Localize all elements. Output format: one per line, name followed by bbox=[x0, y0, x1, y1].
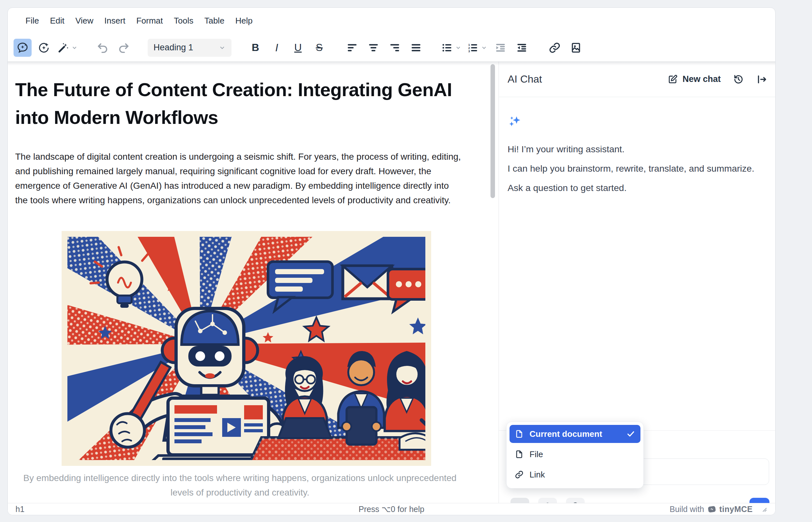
ai-chat-panel: AI Chat New chat bbox=[499, 62, 775, 503]
indent-icon bbox=[516, 42, 527, 54]
ai-sparkles-icon bbox=[507, 114, 522, 129]
new-chat-label: New chat bbox=[682, 74, 721, 84]
image-caption[interactable]: By embedding intelligence directly into … bbox=[21, 471, 459, 500]
redo-button[interactable] bbox=[115, 39, 133, 57]
justify-button[interactable] bbox=[407, 39, 425, 57]
undo-icon bbox=[97, 42, 109, 54]
document-heading[interactable]: The Future of Content Creation: Integrat… bbox=[15, 76, 476, 131]
numbered-list-button[interactable]: 1 2 3 bbox=[466, 39, 480, 57]
ai-chat-header: AI Chat New chat bbox=[499, 62, 775, 97]
numbered-list-chevron[interactable] bbox=[480, 44, 488, 51]
new-chat-button[interactable]: New chat bbox=[668, 74, 721, 84]
branding-link[interactable]: Build with tinyMCE bbox=[670, 505, 768, 514]
svg-text:3: 3 bbox=[468, 49, 470, 53]
link-icon bbox=[515, 470, 524, 479]
bold-button[interactable]: B bbox=[246, 39, 265, 57]
chevron-down-icon bbox=[481, 44, 487, 51]
file-icon bbox=[515, 450, 524, 459]
justify-icon bbox=[410, 42, 422, 54]
ai-chat-title: AI Chat bbox=[507, 73, 668, 85]
image-icon bbox=[570, 42, 582, 54]
menubar: File Edit View Insert Format Tools Table… bbox=[8, 8, 775, 34]
ai-rewrite-chevron[interactable] bbox=[70, 44, 79, 51]
menu-edit[interactable]: Edit bbox=[44, 13, 70, 29]
align-right-icon bbox=[389, 42, 400, 54]
assistant-greeting: Hi! I’m your writing assistant. I can he… bbox=[507, 142, 768, 200]
collapse-right-icon bbox=[756, 74, 767, 85]
underline-button[interactable]: U bbox=[289, 39, 307, 57]
menu-table[interactable]: Table bbox=[199, 13, 230, 29]
bullet-list-button[interactable] bbox=[440, 39, 454, 57]
link-icon bbox=[548, 42, 561, 54]
document-icon bbox=[515, 429, 524, 438]
menu-item-link[interactable]: Link bbox=[509, 465, 641, 484]
menu-item-label: Link bbox=[529, 470, 635, 480]
strikethrough-glyph: S bbox=[316, 42, 322, 54]
undo-button[interactable] bbox=[93, 39, 111, 57]
close-sidebar-button[interactable] bbox=[756, 74, 767, 85]
numbered-list-icon: 1 2 3 bbox=[467, 42, 479, 54]
menu-format[interactable]: Format bbox=[131, 13, 168, 29]
bullet-list-icon bbox=[441, 42, 453, 54]
tinymce-logo-icon bbox=[708, 505, 716, 514]
ai-shortcuts-button[interactable] bbox=[35, 39, 53, 57]
document-paragraph[interactable]: The landscape of digital content creatio… bbox=[15, 149, 463, 207]
greeting-line: Hi! I’m your writing assistant. bbox=[507, 142, 768, 156]
editor-scrollbar-thumb[interactable] bbox=[491, 64, 495, 198]
branding-name: tinyMCE bbox=[720, 505, 753, 514]
bold-glyph: B bbox=[252, 42, 259, 54]
menu-file[interactable]: File bbox=[20, 13, 44, 29]
insert-image-button[interactable] bbox=[567, 39, 585, 57]
ai-rewrite-button[interactable] bbox=[56, 39, 70, 57]
indent-button[interactable] bbox=[513, 39, 531, 57]
greeting-line: I can help you brainstorm, rewrite, tran… bbox=[507, 162, 756, 176]
menu-item-current-document[interactable]: Current document bbox=[509, 425, 641, 443]
accessibility-help-text: Press ⌥0 for help bbox=[8, 505, 775, 514]
content-area: The Future of Content Creation: Integrat… bbox=[8, 62, 775, 503]
redo-icon bbox=[118, 42, 130, 54]
compose-icon bbox=[668, 74, 678, 84]
insert-link-button[interactable] bbox=[546, 39, 564, 57]
italic-glyph: I bbox=[275, 42, 278, 54]
check-icon bbox=[626, 429, 635, 438]
strikethrough-button[interactable]: S bbox=[310, 39, 328, 57]
chevron-down-icon bbox=[71, 44, 78, 51]
outdent-button[interactable] bbox=[492, 39, 509, 57]
branding-prefix: Build with bbox=[670, 505, 704, 514]
align-left-icon bbox=[346, 42, 358, 54]
toolbar: Heading 1 B I U S bbox=[8, 34, 775, 62]
ai-chat-body: Hi! I’m your writing assistant. I can he… bbox=[499, 97, 775, 503]
italic-button[interactable]: I bbox=[268, 39, 286, 57]
align-center-button[interactable] bbox=[365, 39, 382, 57]
block-format-value: Heading 1 bbox=[153, 43, 218, 53]
resize-handle[interactable] bbox=[761, 505, 768, 513]
chevron-down-icon bbox=[455, 44, 461, 51]
menu-item-file[interactable]: File bbox=[509, 445, 641, 463]
menu-tools[interactable]: Tools bbox=[168, 13, 199, 29]
align-right-button[interactable] bbox=[386, 39, 404, 57]
menu-insert[interactable]: Insert bbox=[99, 13, 131, 29]
menu-help[interactable]: Help bbox=[230, 13, 258, 29]
chat-history-button[interactable] bbox=[733, 74, 744, 85]
underline-glyph: U bbox=[294, 42, 301, 54]
chevron-down-icon bbox=[218, 44, 226, 51]
element-path[interactable]: h1 bbox=[16, 505, 24, 514]
editor-canvas[interactable]: The Future of Content Creation: Integrat… bbox=[8, 62, 488, 503]
editor-scrollbar bbox=[490, 62, 496, 503]
menu-view[interactable]: View bbox=[70, 13, 99, 29]
document-illustration-image[interactable] bbox=[62, 231, 431, 466]
align-left-button[interactable] bbox=[343, 39, 361, 57]
block-format-select[interactable]: Heading 1 bbox=[148, 39, 231, 57]
statusbar: h1 Press ⌥0 for help Build with tinyMCE bbox=[8, 503, 775, 515]
menu-item-label: Current document bbox=[529, 429, 621, 439]
history-icon bbox=[733, 74, 744, 85]
ai-assistant-button[interactable] bbox=[14, 39, 32, 57]
magic-wand-icon bbox=[57, 42, 69, 54]
align-center-icon bbox=[368, 42, 379, 54]
bullet-list-chevron[interactable] bbox=[454, 44, 462, 51]
attach-source-menu: Current document File bbox=[506, 422, 644, 488]
toolbar-divider bbox=[8, 61, 775, 62]
outdent-icon bbox=[495, 42, 506, 54]
ai-shortcuts-icon bbox=[38, 42, 50, 54]
menu-item-label: File bbox=[529, 449, 635, 459]
